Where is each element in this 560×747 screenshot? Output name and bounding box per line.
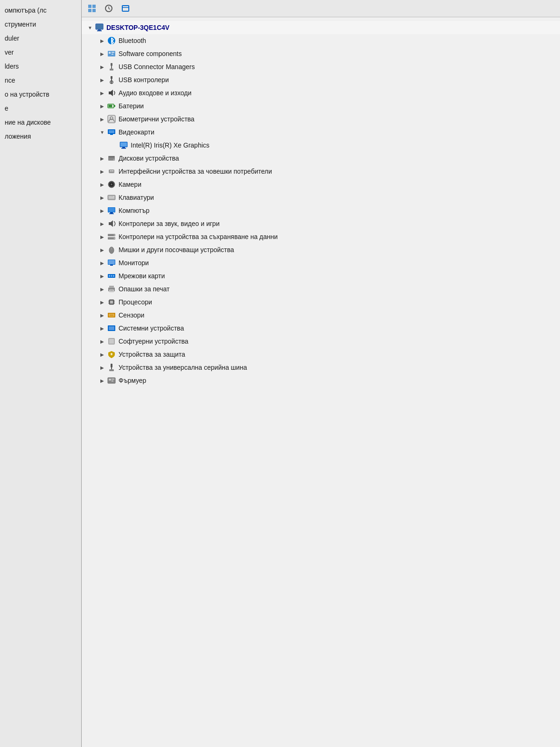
expand-btn-bluetooth[interactable]: ▶ (98, 37, 106, 44)
tree-node-audio[interactable]: ▶Аудио входове и изходи (82, 86, 560, 99)
label-computer: Компютър (119, 207, 149, 214)
tree-node-hid[interactable]: ▶Интерфейсни устройства за човешки потре… (82, 165, 560, 178)
tree-node-software-devices[interactable]: ▶Софтуерни устройства (82, 335, 560, 348)
expand-btn-security[interactable]: ▶ (98, 351, 106, 358)
label-printer-queue: Опашки за печат (119, 285, 170, 293)
tree-node-software-components[interactable]: ▶Software components (82, 47, 560, 60)
tree-node-battery[interactable]: ▶Батерии (82, 99, 560, 113)
label-keyboard: Клавиатури (119, 194, 154, 201)
sidebar-item-duler[interactable]: duler (0, 32, 81, 45)
sidebar-item-lders[interactable]: lders (0, 60, 81, 73)
tree-node-mice[interactable]: ▶Мишки и други посочващи устройства (82, 243, 560, 256)
toolbar-icon-2[interactable] (102, 2, 115, 15)
expand-btn-printer-queue[interactable]: ▶ (98, 285, 106, 293)
tree-node-processors[interactable]: ▶Процесори (82, 296, 560, 309)
expand-btn-keyboard[interactable]: ▶ (98, 194, 106, 201)
sidebar-item-ver[interactable]: ver (0, 46, 81, 59)
svg-rect-88 (112, 381, 113, 381)
label-network: Мрежови карти (119, 272, 165, 280)
tree-root-label: DESKTOP-3QE1C4V (106, 24, 169, 31)
tree-node-sound[interactable]: ▶Контролери за звук, видео и игри (82, 217, 560, 230)
icon-monitor-small (119, 141, 128, 150)
expand-btn-biometric[interactable]: ▶ (98, 115, 106, 123)
label-security: Устройства за защита (119, 351, 185, 358)
tree-root-node[interactable]: ▼ DESKTOP-3QE1C4V (82, 21, 560, 34)
svg-rect-13 (112, 54, 113, 55)
tree-node-security[interactable]: ▶Устройства за защита (82, 348, 560, 361)
expand-btn-sound[interactable]: ▶ (98, 220, 106, 227)
expand-icon[interactable]: ▼ (86, 24, 94, 31)
svg-rect-62 (109, 275, 110, 277)
tree-node-network[interactable]: ▶Мрежови карти (82, 269, 560, 282)
svg-rect-26 (110, 134, 113, 135)
tree-node-computer[interactable]: ▶Компютър (82, 204, 560, 217)
sidebar-item-e[interactable]: e (0, 102, 81, 115)
expand-btn-battery[interactable]: ▶ (98, 102, 106, 110)
expand-btn-sensors[interactable]: ▶ (98, 311, 106, 319)
svg-rect-42 (110, 196, 111, 197)
tree-node-usb-connectors[interactable]: ▶USB Connector Managers (82, 60, 560, 73)
label-serial: Устройства за универсална серийна шина (119, 364, 247, 371)
label-monitor: Монитори (119, 259, 149, 267)
expand-btn-intel-iris[interactable] (111, 141, 118, 149)
icon-software-dev (107, 337, 116, 346)
expand-btn-network[interactable]: ▶ (98, 272, 106, 280)
svg-rect-60 (110, 265, 113, 266)
svg-rect-0 (88, 5, 91, 8)
expand-btn-hid[interactable]: ▶ (98, 168, 106, 175)
tree-node-usb-controllers[interactable]: ▶USB контролери (82, 73, 560, 86)
tree-node-biometric[interactable]: ▶Биометрични устройства (82, 113, 560, 126)
expand-btn-disk[interactable]: ▶ (98, 155, 106, 162)
expand-btn-software-components[interactable]: ▶ (98, 50, 106, 57)
sidebar-item-devices[interactable]: о на устройств (0, 88, 81, 101)
expand-btn-firmware[interactable]: ▶ (98, 377, 106, 384)
expand-btn-software-devices[interactable]: ▶ (98, 338, 106, 345)
label-software-components: Software components (119, 50, 182, 57)
svg-rect-63 (111, 275, 112, 277)
sidebar-item-nce[interactable]: nce (0, 74, 81, 87)
expand-btn-system-devices[interactable]: ▶ (98, 324, 106, 332)
icon-mice (107, 245, 116, 254)
icon-usb-conn (107, 62, 116, 71)
expand-btn-usb-connectors[interactable]: ▶ (98, 63, 106, 70)
expand-btn-audio[interactable]: ▶ (98, 89, 106, 97)
tree-node-printer-queue[interactable]: ▶Опашки за печат (82, 282, 560, 296)
tree-node-bluetooth[interactable]: ▶Bluetooth (82, 34, 560, 47)
expand-btn-processors[interactable]: ▶ (98, 298, 106, 306)
tree-node-disk[interactable]: ▶Дискови устройства (82, 152, 560, 165)
sidebar-item-tools[interactable]: струменти (0, 18, 81, 31)
label-video: Видеокарти (119, 128, 154, 136)
tree-node-camera[interactable]: ▶Камери (82, 178, 560, 191)
tree-node-storage-ctrl[interactable]: ▶Контролери на устройства за съхраняване… (82, 230, 560, 243)
expand-btn-monitor[interactable]: ▶ (98, 259, 106, 267)
expand-btn-serial[interactable]: ▶ (98, 364, 106, 371)
svg-rect-8 (97, 30, 102, 31)
tree-node-video[interactable]: ▼Видеокарти (82, 126, 560, 139)
expand-btn-camera[interactable]: ▶ (98, 181, 106, 188)
tree-node-serial[interactable]: ▶Устройства за универсална серийна шина (82, 361, 560, 374)
expand-btn-usb-controllers[interactable]: ▶ (98, 76, 106, 84)
tree-node-sensors[interactable]: ▶Сензори (82, 309, 560, 322)
toolbar-icon-1[interactable] (85, 2, 98, 15)
svg-rect-28 (120, 142, 127, 147)
label-mice: Мишки и други посочващи устройства (119, 246, 234, 254)
sidebar-item-diskmanage[interactable]: ние на дискове (0, 116, 81, 129)
toolbar-icon-3[interactable] (119, 2, 132, 15)
tree-node-system-devices[interactable]: ▶Системни устройства (82, 322, 560, 335)
label-battery: Батерии (119, 102, 144, 110)
expand-btn-storage-ctrl[interactable]: ▶ (98, 233, 106, 240)
expand-btn-video[interactable]: ▼ (98, 128, 106, 136)
sidebar-item-apps[interactable]: ложения (0, 130, 81, 143)
icon-disk (107, 154, 116, 163)
tree-node-keyboard[interactable]: ▶Клавиатури (82, 191, 560, 204)
tree-node-intel-iris[interactable]: Intel(R) Iris(R) Xe Graphics (82, 139, 560, 152)
tree-node-firmware[interactable]: ▶Фърмуер (82, 374, 560, 387)
tree-node-monitor[interactable]: ▶Монитори (82, 256, 560, 269)
svg-point-33 (113, 159, 115, 161)
svg-rect-32 (109, 156, 114, 157)
expand-btn-computer[interactable]: ▶ (98, 207, 106, 214)
expand-btn-mice[interactable]: ▶ (98, 246, 106, 254)
svg-rect-82 (111, 353, 112, 355)
sidebar-item-computer[interactable]: омпютъра (лс (0, 4, 81, 17)
icon-camera (107, 180, 116, 189)
